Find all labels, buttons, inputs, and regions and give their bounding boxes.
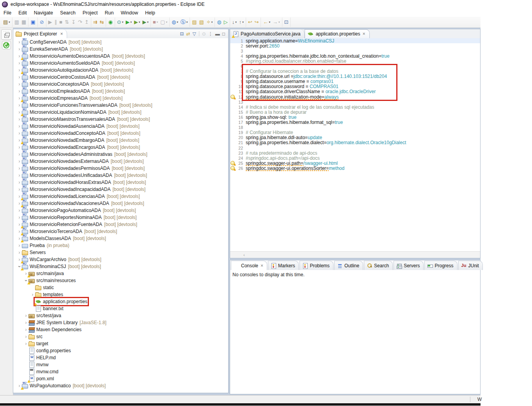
- tree-item-microservicionovedadlicenciasada[interactable]: ›MicroservicioNovedadLicenciasADA[boot] …: [13, 193, 228, 200]
- last-edit-location-button[interactable]: ↩: [247, 19, 254, 25]
- boot-restart-button[interactable]: ◉: [107, 19, 113, 25]
- chevron-collapsed-icon[interactable]: ›: [17, 145, 22, 150]
- tree-item-prueba[interactable]: ›Prueba(in prueba): [13, 242, 228, 249]
- export-button[interactable]: ▧: [198, 19, 205, 25]
- tree-item-microservicionovedadencargosada[interactable]: ›MicroservicioNovedadEncargosADA[boot] […: [13, 144, 228, 151]
- console-tab-markers[interactable]: Markers: [268, 261, 299, 270]
- editor-tab-pagoautomaticoservice-java[interactable]: PagoAutomaticoService.java: [230, 30, 305, 38]
- tree-item-modelsclassesada[interactable]: ›ModelsClassesADA[boot] [devtools]: [13, 235, 228, 242]
- chevron-collapsed-icon[interactable]: ›: [17, 117, 22, 122]
- tree-item-configserverada[interactable]: ›ConfigServerADA[boot] [devtools]: [13, 39, 228, 46]
- menu-project[interactable]: Project: [79, 9, 101, 16]
- console-tab-problems[interactable]: Problems: [300, 261, 333, 270]
- back-button[interactable]: ←▾: [262, 19, 271, 25]
- menu-help[interactable]: Help: [142, 9, 159, 16]
- open-console-button[interactable]: ▣: [29, 19, 36, 25]
- horizontal-scrollbar[interactable]: ‹: [230, 251, 480, 258]
- tree-item-microservicioconceptosada[interactable]: ›MicroservicioConceptosADA[boot] [devtoo…: [13, 81, 228, 88]
- previous-annotation-button[interactable]: ↑▾: [238, 19, 245, 25]
- run-button[interactable]: ▶▾: [124, 19, 133, 25]
- tree-item-target[interactable]: ›target: [13, 340, 228, 347]
- tree-item-wsefinominacsj[interactable]: ›WsEfinominaCSJ[boot] [devtools]: [13, 263, 228, 270]
- tree-item-microservicioretencionfuenteada[interactable]: ›MicroservicioRetencionFuenteADA[boot] […: [13, 221, 228, 228]
- next-edit-location-button[interactable]: ↪: [254, 19, 260, 25]
- tree-item-mvnw-cmd[interactable]: mvnw.cmd: [13, 368, 228, 375]
- tree-item-microservicionovedadhorasextrasada[interactable]: ›MicroservicioNovedadHorasExtrasADA[boot…: [13, 179, 228, 186]
- menu-window[interactable]: Window: [117, 9, 142, 16]
- tree-item-wscargararchivo[interactable]: ›WsCargarArchivo[boot] [devtools]: [13, 256, 228, 263]
- menu-navigate[interactable]: Navigate: [30, 9, 57, 16]
- tree-item-microserviciomaestrostransversalesada[interactable]: ›MicroservicioMaestrosTransversalesADA[b…: [13, 116, 228, 123]
- tree-item-microserviciocentrocostosada[interactable]: ›MicroservicioCentroCostosADA[boot] [dev…: [13, 74, 228, 81]
- tree-item-microservicioliquidacionnominaada[interactable]: ›MicroservicioLiquidacionNominaADA[boot]…: [13, 109, 228, 116]
- chevron-collapsed-icon[interactable]: ›: [17, 82, 22, 86]
- chevron-collapsed-icon[interactable]: ›: [17, 243, 22, 248]
- chevron-collapsed-icon[interactable]: ›: [17, 103, 22, 108]
- scroll-left-icon[interactable]: ‹: [243, 252, 245, 257]
- tree-item-microservicionovedadincapacidadada[interactable]: ›MicroservicioNovedadIncapacidadADA[boot…: [13, 186, 228, 193]
- tree-item-microservicionovedadesadministrativas[interactable]: ›MicroservicioNovedadesAdministrativas[b…: [13, 151, 228, 158]
- console-tab-search[interactable]: Search: [364, 261, 393, 270]
- search-dialog-button[interactable]: ✧▾: [205, 19, 214, 25]
- tree-item-microservicionovedadausenciaada[interactable]: ›MicroservicioNovedadAusenciaADA[boot] […: [13, 123, 228, 130]
- console-tab-outline[interactable]: Outline: [334, 261, 363, 270]
- tree-item-microservicioaumentodescuentosada[interactable]: ›MicroservicioAumentoDescuentosADA[boot]…: [13, 53, 228, 60]
- external-tools-button[interactable]: ▷: [223, 19, 229, 25]
- tree-item-src-main-resources[interactable]: ›src/main/resources: [13, 277, 228, 284]
- tree-item-servers[interactable]: ›Servers: [13, 249, 228, 256]
- tree-item-wspagoautomatico[interactable]: ›WsPagoAutomatico[boot] [devtools]: [13, 382, 228, 389]
- close-icon[interactable]: ×: [363, 31, 365, 37]
- tree-item-eurekaserverada[interactable]: ›EurekaServerADA[boot] [devtools]: [13, 46, 228, 53]
- maximize-icon[interactable]: □: [222, 32, 225, 36]
- menu-edit[interactable]: Edit: [15, 9, 30, 16]
- tree-item-microservicionovedadesexternasada[interactable]: ›MicroservicioNovedadesExternasADA[boot]…: [13, 158, 228, 165]
- console-tab-progress[interactable]: Progress: [424, 261, 457, 270]
- tree-item-microservicioreportesnominaada[interactable]: ›MicroservicioReportesNominaADA[boot] [d…: [13, 214, 228, 221]
- editor-tab-application-properties[interactable]: application.properties×: [305, 29, 369, 38]
- link-with-editor-icon[interactable]: ⇄: [186, 32, 190, 36]
- tree-item-src[interactable]: ›src: [13, 333, 228, 340]
- chevron-collapsed-icon[interactable]: ›: [17, 75, 22, 79]
- tree-item-mvnw[interactable]: mvnw: [13, 361, 228, 368]
- chevron-collapsed-icon[interactable]: ›: [17, 61, 22, 65]
- tree-item-microservicioterceroada[interactable]: ›MicroservicioTerceroADA[boot] [devtools…: [13, 228, 228, 235]
- debug-button[interactable]: ⊙▾: [116, 19, 124, 25]
- menu-file[interactable]: File: [0, 9, 15, 16]
- chevron-collapsed-icon[interactable]: ›: [17, 173, 22, 178]
- close-icon[interactable]: ×: [60, 31, 63, 37]
- menu-search[interactable]: Search: [57, 9, 79, 16]
- tree-item-microservicionovedadvacacionesada[interactable]: ›MicroservicioNovedadVacacionesADA[boot]…: [13, 200, 228, 207]
- relaunch-button[interactable]: ⇆: [99, 19, 105, 25]
- project-explorer-tab[interactable]: Project Explorer ×: [13, 29, 67, 38]
- restore-view-icon[interactable]: [4, 34, 9, 38]
- chevron-collapsed-icon[interactable]: ›: [17, 180, 22, 185]
- tree-item-pom-xml[interactable]: pom.xml: [13, 375, 228, 382]
- chevron-collapsed-icon[interactable]: ›: [17, 208, 22, 213]
- close-icon[interactable]: ×: [261, 263, 263, 268]
- chevron-collapsed-icon[interactable]: ›: [17, 250, 22, 255]
- web-browser-button[interactable]: ◍: [216, 19, 222, 25]
- drag-handle-icon[interactable]: ····: [4, 30, 10, 32]
- tree-item-microservicionovedadconceptoada[interactable]: ›MicroservicioNovedadConceptoADA[boot] […: [13, 130, 228, 137]
- chevron-collapsed-icon[interactable]: ›: [17, 89, 22, 94]
- chevron-collapsed-icon[interactable]: ›: [17, 131, 22, 136]
- tree-item-application-properties[interactable]: application.properties: [13, 298, 228, 305]
- run-history-button[interactable]: ⇉: [92, 19, 99, 25]
- tree-item-microservicioautoliquidacionada[interactable]: ›MicroservicioAutoliquidacionADA[boot] […: [13, 67, 228, 74]
- tree-item-microservicionovedadespermisosada[interactable]: ›MicroservicioNovedadesPermisosADA[boot]…: [13, 165, 228, 172]
- chevron-collapsed-icon[interactable]: ›: [17, 187, 22, 192]
- editor-content[interactable]: 1spring.application.name=WsEfinominaCSJ2…: [230, 38, 480, 252]
- tree-item-src-main-java[interactable]: ›src/main/java: [13, 270, 228, 277]
- tree-item-microservicioempleadosada[interactable]: ›MicroservicioEmpleadosADA[boot] [devtoo…: [13, 88, 228, 95]
- view-menu-icon[interactable]: ⋮: [208, 32, 213, 36]
- coverage-button[interactable]: ▶▾: [133, 19, 142, 25]
- tree-item-src-test-java[interactable]: ›src/test/java: [13, 312, 228, 319]
- chevron-collapsed-icon[interactable]: ›: [17, 152, 22, 157]
- tree-item-config-properties[interactable]: config.properties: [13, 347, 228, 354]
- chevron-collapsed-icon[interactable]: ›: [17, 124, 22, 129]
- tree-item-banner-txt[interactable]: banner.txt: [13, 305, 228, 312]
- chevron-collapsed-icon[interactable]: ›: [23, 327, 28, 332]
- minimize-icon[interactable]: ▬: [215, 32, 220, 36]
- console-tab-junit[interactable]: JUnit: [458, 261, 483, 270]
- chevron-collapsed-icon[interactable]: ›: [23, 334, 28, 339]
